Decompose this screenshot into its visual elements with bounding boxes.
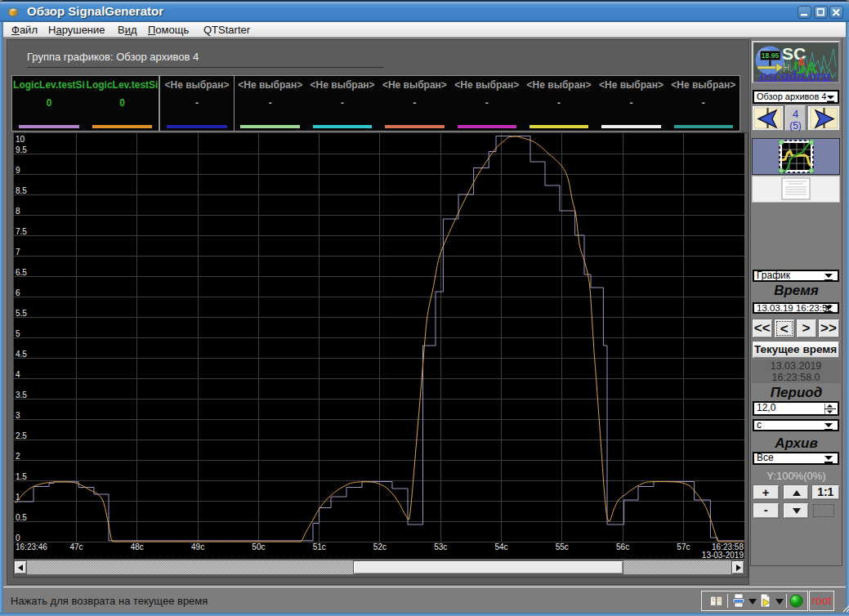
svg-text:13-03-2019: 13-03-2019 xyxy=(702,551,744,560)
svg-text:2.5: 2.5 xyxy=(16,431,27,440)
svg-text:8: 8 xyxy=(16,207,20,216)
svg-text:7.5: 7.5 xyxy=(16,227,27,236)
svg-text:56с: 56с xyxy=(616,542,629,551)
svg-text:9.5: 9.5 xyxy=(16,145,27,154)
svg-text:2: 2 xyxy=(16,452,20,461)
svg-text:oscada.org: oscada.org xyxy=(759,67,830,83)
svg-text:4.5: 4.5 xyxy=(16,350,27,359)
svg-text:5.5: 5.5 xyxy=(16,309,27,318)
svg-text:6: 6 xyxy=(16,288,20,297)
svg-text:57с: 57с xyxy=(677,542,690,551)
svg-text:9: 9 xyxy=(16,166,20,175)
svg-text:55с: 55с xyxy=(556,542,569,551)
svg-text:51с: 51с xyxy=(313,542,326,551)
svg-text:10: 10 xyxy=(16,135,25,144)
svg-text:7: 7 xyxy=(16,248,20,257)
svg-text:47с: 47с xyxy=(69,542,83,551)
svg-text:50с: 50с xyxy=(252,542,265,551)
svg-text:54с: 54с xyxy=(494,542,507,551)
svg-text:5: 5 xyxy=(16,329,20,338)
svg-text:0: 0 xyxy=(16,533,20,542)
svg-text:6.5: 6.5 xyxy=(16,268,27,277)
svg-text:52с: 52с xyxy=(373,542,387,551)
svg-text:18.95: 18.95 xyxy=(762,51,780,60)
svg-text:16:23:46: 16:23:46 xyxy=(16,542,47,551)
svg-text:4: 4 xyxy=(16,370,20,379)
svg-text:1.5: 1.5 xyxy=(16,472,27,481)
svg-text:53с: 53с xyxy=(434,542,447,551)
svg-text:48с: 48с xyxy=(131,542,144,551)
svg-text:8.5: 8.5 xyxy=(16,186,27,195)
svg-text:3.5: 3.5 xyxy=(16,391,27,400)
svg-text:49с: 49с xyxy=(191,542,204,551)
svg-text:3: 3 xyxy=(16,411,20,420)
svg-text:0.5: 0.5 xyxy=(16,513,27,522)
